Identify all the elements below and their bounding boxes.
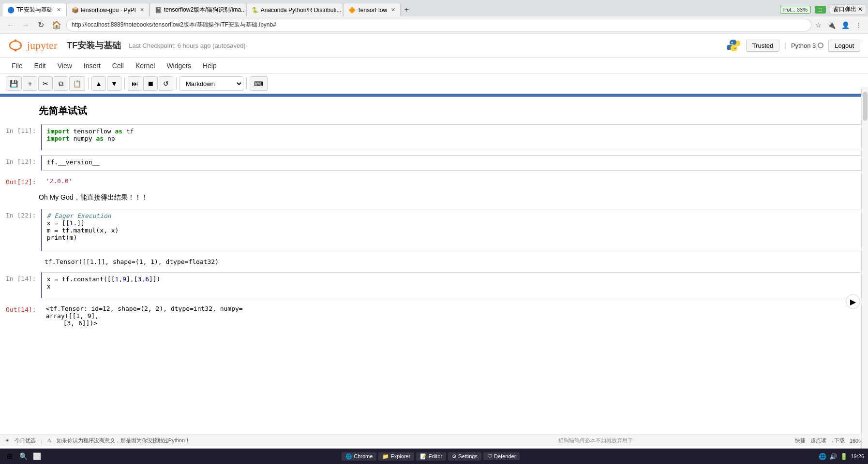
tab-close-5[interactable]: ✕ — [391, 7, 395, 13]
taskbar-app-1[interactable]: 🌐 Chrome — [342, 452, 376, 461]
tab-5[interactable]: 🔶 TensorFlow ✕ — [343, 3, 401, 16]
save-button[interactable]: 💾 — [6, 76, 22, 91]
notebook-title[interactable]: TF安装与基础 — [67, 40, 121, 51]
output-line-14-3: [3, 6]])> — [46, 319, 857, 327]
menu-cell[interactable]: Cell — [106, 60, 130, 72]
move-up-button[interactable]: ▲ — [91, 76, 106, 91]
markdown-text-cell: Oh My God，能直接得出结果！！！ — [0, 189, 868, 206]
code-cell-14[interactable]: In [14]: x = tf.constant([[1,9],[3,6]]) … — [0, 270, 868, 300]
bookmark-button[interactable]: ☆ — [813, 20, 823, 30]
toolbar-separator-4 — [246, 78, 247, 89]
tab-4[interactable]: 🐍 Anaconda Python/R Distributi... ✕ — [246, 3, 343, 16]
move-down-button[interactable]: ▼ — [107, 76, 121, 91]
num-1: 1. — [70, 219, 77, 227]
tab-3[interactable]: 📓 tensorflow2版本/猫狗识别/ima... ✕ — [150, 3, 246, 16]
taskbar-battery-icon: 🔋 — [840, 453, 848, 460]
keyword-import-1: import — [47, 128, 70, 135]
cell-prompt-22: In [22]: — [6, 209, 41, 219]
code-input-12[interactable]: tf.__version__ — [41, 155, 862, 171]
status-shortcuts[interactable]: 快捷 — [795, 437, 806, 444]
menu-insert[interactable]: Insert — [78, 60, 106, 72]
status-text-2: 如果你认为程序没有意义，那是因为你没接触过Python！ — [57, 437, 190, 444]
polarity-badge: Pol... 33% — [780, 6, 811, 14]
code-line-14-2: x — [47, 283, 857, 290]
status-right: 快捷 超点读 ↓下载 160% — [795, 437, 863, 444]
start-button[interactable]: □ — [815, 6, 826, 14]
svg-point-0 — [10, 41, 21, 50]
forward-button[interactable]: → — [19, 20, 33, 30]
code-cell-12[interactable]: In [12]: tf.__version__ — [0, 153, 868, 173]
taskbar-volume-icon: 🔊 — [829, 453, 837, 460]
taskbar-search-icon[interactable]: 🔍 — [17, 450, 29, 462]
kernel-label: Python 3 — [791, 42, 816, 49]
back-button[interactable]: ← — [4, 20, 17, 30]
svg-point-4 — [731, 42, 733, 44]
output-prompt-12: Out[12]: — [6, 175, 41, 186]
side-panel-toggle[interactable]: ▶ — [846, 294, 860, 309]
output-line-14-1: <tf.Tensor: id=12, shape=(2, 2), dtype=i… — [46, 305, 857, 312]
keyword-import-2: import — [47, 135, 70, 142]
keyword-as-1: as — [115, 128, 123, 135]
keyboard-shortcuts-button[interactable]: ⌨ — [250, 76, 268, 91]
tab-favicon-2: 📦 — [72, 7, 78, 14]
logout-button[interactable]: Logout — [828, 40, 860, 52]
scrollbar-thumb[interactable] — [863, 92, 868, 121]
menu-file[interactable]: File — [6, 60, 29, 72]
taskbar-network-icon: 🌐 — [819, 453, 826, 460]
menu-help[interactable]: Help — [197, 60, 223, 72]
tab-close-1[interactable]: ✕ — [57, 7, 61, 13]
tab-close-2[interactable]: ✕ — [140, 7, 144, 13]
home-button[interactable]: 🏠 — [49, 19, 64, 30]
code-cell-22[interactable]: In [22]: # Eager Execution x = [[1.]] m … — [0, 207, 868, 253]
reload-button[interactable]: ↻ — [35, 19, 47, 30]
taskbar-task-view-icon[interactable]: ⬜ — [31, 450, 43, 462]
user-button[interactable]: 👤 — [839, 20, 852, 30]
output-prompt-22-empty — [6, 256, 40, 259]
code-text: tf — [126, 128, 134, 135]
menu-widgets[interactable]: Widgets — [161, 60, 197, 72]
paste-cell-button[interactable]: 📋 — [69, 76, 85, 91]
code-input-14[interactable]: x = tf.constant([[1,9],[3,6]]) x — [41, 272, 862, 298]
trusted-button[interactable]: Trusted — [746, 40, 780, 52]
taskbar-app-3[interactable]: 📝 Editor — [416, 452, 446, 461]
code-input-22[interactable]: # Eager Execution x = [[1.]] m = tf.matm… — [41, 209, 862, 251]
output-cell-14: Out[14]: <tf.Tensor: id=12, shape=(2, 2)… — [0, 301, 868, 331]
window-popout[interactable]: 窗口弹出 ✕ — [830, 4, 866, 14]
svg-point-3 — [20, 45, 21, 46]
address-bar[interactable] — [66, 19, 811, 31]
menu-kernel[interactable]: Kernel — [130, 60, 161, 72]
tab-2[interactable]: 📦 tensorflow-gpu · PyPI ✕ — [66, 3, 150, 16]
code-line-11-2: import numpy as np — [47, 135, 857, 142]
interrupt-button[interactable]: ⏹ — [143, 76, 158, 91]
code-input-11[interactable]: import tensorflow as tf import numpy as … — [41, 124, 862, 150]
status-download[interactable]: ↓下载 — [831, 437, 845, 444]
output-value-22: tf.Tensor([[1.]], shape=(1, 1), dtype=fl… — [40, 256, 862, 267]
windows-start-icon[interactable]: ⊞ — [4, 450, 15, 462]
settings-button[interactable]: ⋮ — [853, 20, 864, 30]
restart-button[interactable]: ↺ — [159, 76, 173, 91]
status-text-1: 今日优选 — [15, 437, 36, 444]
cut-cell-button[interactable]: ✂ — [38, 76, 53, 91]
taskbar-app-2[interactable]: 📁 Explorer — [378, 452, 414, 461]
cell-type-select[interactable]: Markdown Code Raw NBConvert — [180, 76, 243, 91]
taskbar-app-5[interactable]: 🛡 Defender — [483, 452, 520, 460]
tab-active[interactable]: 🔵 TF安装与基础 ✕ — [2, 3, 66, 16]
status-reader[interactable]: 超点读 — [810, 437, 826, 444]
extensions-button[interactable]: 🔌 — [825, 20, 838, 30]
menu-bar: File Edit View Insert Cell Kernel Widget… — [0, 58, 868, 74]
menu-view[interactable]: View — [52, 60, 78, 72]
num-5: 6 — [145, 276, 149, 283]
add-cell-button[interactable]: + — [23, 76, 37, 91]
new-tab-button[interactable]: + — [401, 3, 413, 16]
copy-cell-button[interactable]: ⧉ — [54, 76, 68, 91]
code-cell-11[interactable]: In [11]: import tensorflow as tf import … — [0, 122, 868, 152]
tab-title-5: TensorFlow — [358, 7, 387, 14]
svg-point-2 — [15, 49, 17, 52]
taskbar-app-4[interactable]: ⚙ Settings — [448, 452, 481, 461]
toolbar-separator-2 — [124, 78, 125, 89]
run-next-button[interactable]: ⏭ — [128, 76, 142, 91]
notebook-container: 先简单试试 In [11]: import tensorflow as tf i… — [0, 97, 868, 435]
scrollbar[interactable] — [861, 87, 868, 452]
menu-edit[interactable]: Edit — [29, 60, 52, 72]
code-line-22-3: m = tf.matmul(x, x) — [47, 227, 857, 234]
